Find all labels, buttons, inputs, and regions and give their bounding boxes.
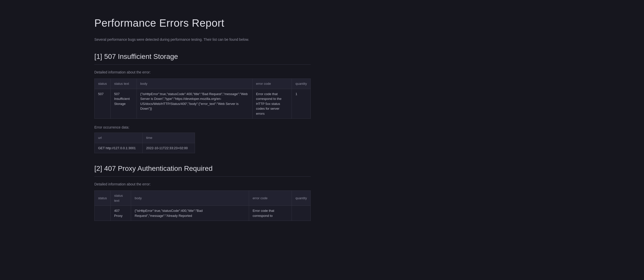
table-cell-status_text: 407 Proxy (110, 206, 131, 221)
occ-table-row: GET http://127.0.0.1:30012022-10-11T22:3… (95, 143, 195, 153)
table-header: body (137, 79, 252, 89)
page-container: Performance Errors Report Several perfor… (94, 15, 311, 221)
table-header: status (95, 79, 111, 89)
table-cell-status: 507 (95, 89, 111, 119)
occurrence-label-1: Error occurrence data: (94, 125, 311, 130)
error-section-1: [1] 507 Insufficient StorageDetailed inf… (94, 51, 311, 153)
occ-cell-url: GET http://127.0.0.1:3001 (95, 143, 143, 153)
table-cell-error_code: Error code that correspond to (249, 206, 292, 221)
table-cell-body: {"isHttpError":true,"statusCode":400,"ti… (137, 89, 252, 119)
occ-cell-time: 2022-10-11T22:33:23+02:00 (143, 143, 195, 153)
occurrence-table-1: urltimeGET http://127.0.0.1:30012022-10-… (94, 133, 195, 153)
error-table-1: statusstatus textbodyerror codequantity5… (94, 78, 311, 119)
table-header: error code (249, 191, 292, 206)
table-cell-status (95, 206, 111, 221)
error-section-2: [2] 407 Proxy Authentication RequiredDet… (94, 163, 311, 221)
occ-table-header: url (95, 133, 143, 143)
table-header: quantity (292, 191, 311, 206)
page-title: Performance Errors Report (94, 15, 311, 31)
table-cell-body: {"isHttpError":true,"statusCode":400,"ti… (131, 206, 249, 221)
page-subtitle: Several performance bugs were detected d… (94, 37, 311, 42)
table-cell-status_text: 507 Insufficient Storage (110, 89, 137, 119)
table-cell-quantity: 1 (292, 89, 311, 119)
section-title-2: [2] 407 Proxy Authentication Required (94, 163, 311, 177)
table-cell-error_code: Error code that correspond to the HTTP 5… (252, 89, 292, 119)
table-header: status text (110, 191, 131, 206)
table-row: 407 Proxy{"isHttpError":true,"statusCode… (95, 206, 311, 221)
table-header: status text (110, 79, 137, 89)
occ-table-header: time (143, 133, 195, 143)
detail-label-2: Detailed information about the error: (94, 182, 311, 187)
sections-container: [1] 507 Insufficient StorageDetailed inf… (94, 51, 311, 221)
table-header: body (131, 191, 249, 206)
section-title-1: [1] 507 Insufficient Storage (94, 51, 311, 65)
table-header: status (95, 191, 111, 206)
table-cell-quantity (292, 206, 311, 221)
table-row: 507507 Insufficient Storage{"isHttpError… (95, 89, 311, 119)
detail-label-1: Detailed information about the error: (94, 70, 311, 75)
table-header: quantity (292, 79, 311, 89)
table-header: error code (252, 79, 292, 89)
error-table-2: statusstatus textbodyerror codequantity4… (94, 190, 311, 221)
